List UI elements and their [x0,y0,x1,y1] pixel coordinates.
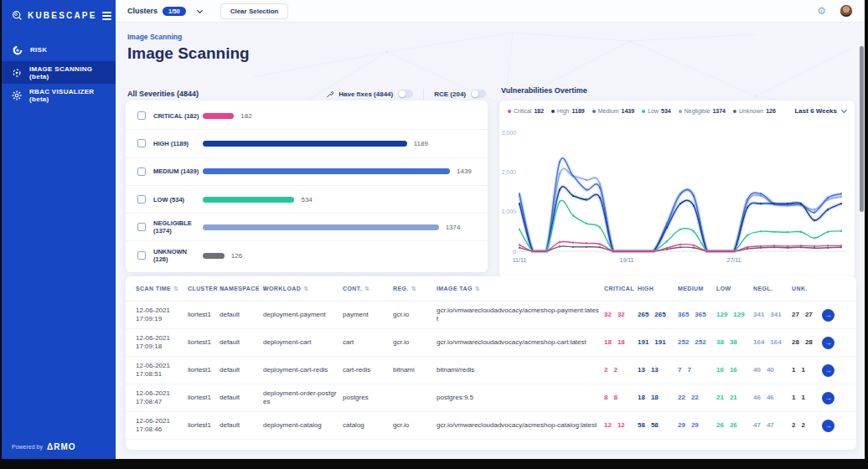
count-value: 27 [792,311,799,319]
sidebar-item-label: IMAGE SCANNING (beta) [29,65,106,80]
legend-item-medium[interactable]: Medium1439 [592,108,634,114]
count-value: 28 [805,338,813,347]
count-value: 7 [678,366,681,374]
count-value: 32 [604,311,612,319]
vertical-scrollbar-thumb[interactable] [860,46,864,212]
column-header-low: LOW [716,286,753,291]
low-count-cell: 2121 [716,394,753,402]
scan-clock: 17:08:46 [136,425,183,434]
brand-name: KUBESCAPE [28,11,97,20]
legend-item-low[interactable]: Low534 [642,108,671,114]
critical-count-cell: 1212 [604,421,638,430]
svg-text:0: 0 [513,249,516,255]
column-header-scan-time: SCAN TIME⇅ [136,286,188,292]
sidebar: KUBESCAPE RISK IMAGE SCANNING (beta) [2,0,116,459]
count-value: 13 [651,366,659,374]
image-tag-cell: gcr.io/vmwarecloudadvocacy/acmeshop-paym… [437,307,604,323]
severity-checkbox[interactable] [137,195,146,204]
count-value: 2 [792,421,795,430]
column-header-cluster: CLUSTER⇅ [188,286,220,292]
severity-checkbox[interactable] [137,139,146,147]
sidebar-item-image-scanning[interactable]: IMAGE SCANNING (beta) [2,61,116,84]
svg-text:3,000: 3,000 [501,130,516,136]
severity-checkbox[interactable] [137,168,146,176]
legend-item-critical[interactable]: Critical182 [508,108,544,114]
time-range-select[interactable]: Last 6 Weeks [794,107,846,115]
have-fixes-label: Have fixes (4844) [338,90,393,98]
count-value: 2 [604,366,607,374]
clusters-chevron-down-icon[interactable] [197,7,203,13]
clear-selection-button[interactable]: Clear Selection [220,3,289,19]
low-count-cell: 2626 [716,421,753,430]
column-header-label: WORKLOAD [263,286,301,291]
severity-checkbox[interactable] [137,251,146,260]
high-count-cell: 1818 [638,394,678,402]
breadcrumb[interactable]: Image Scanning [127,33,182,41]
row-details-arrow-button[interactable]: → [822,392,834,405]
user-avatar[interactable] [840,4,853,18]
image-tag-cell: bitnami/redis [437,366,604,374]
medium-count-cell: 2222 [678,394,716,402]
row-details-arrow-button[interactable]: → [822,309,834,322]
critical-count-cell: 3232 [604,311,638,319]
logo-row: KUBESCAPE [2,0,116,30]
count-value: 18 [604,338,612,347]
workload-cell: deployment-payment [263,311,343,319]
row-details-arrow-button[interactable]: → [822,420,834,432]
sort-icon[interactable]: ⇅ [411,286,416,292]
count-value: 22 [678,394,685,402]
row-details-arrow-button[interactable]: → [822,337,834,349]
sort-icon[interactable]: ⇅ [303,286,308,292]
count-value: 29 [678,421,685,430]
severity-checkbox[interactable] [137,111,146,120]
legend-item-unknown[interactable]: Unknown126 [733,108,776,114]
sidebar-item-risk[interactable]: RISK [2,39,116,61]
count-value: 18 [638,394,645,402]
count-value: 2 [613,366,617,374]
settings-gear-icon[interactable]: ⚙ [817,6,826,16]
column-header-label: LOW [716,286,731,291]
legend-item-negligible[interactable]: Negligible1374 [679,108,726,114]
count-value: 341 [753,311,764,319]
count-value: 13 [638,366,645,374]
scan-clock: 17:08:51 [136,370,183,379]
row-details-arrow-button[interactable]: → [822,364,834,377]
severity-checkbox[interactable] [137,223,146,231]
legend-name: Medium [598,108,619,114]
column-header-label: REG. [393,286,409,291]
sort-icon[interactable]: ⇅ [173,286,178,292]
sidebar-item-rbac-visualizer[interactable]: RBAC VISUALIZER (beta) [2,84,116,106]
legend-item-high[interactable]: High1189 [551,108,585,114]
container-cell: postgres [343,394,393,402]
have-fixes-toggle[interactable] [398,90,413,98]
hamburger-menu-icon[interactable] [102,12,111,20]
severity-bar [203,224,439,230]
cluster-cell: liortest1 [188,421,220,430]
column-header-workload: WORKLOAD⇅ [263,286,343,292]
scan-date: 12-06-2021 [136,307,183,315]
svg-text:2,000: 2,000 [501,169,516,175]
count-value: 32 [617,311,625,319]
namespace-cell: default [220,338,263,347]
rce-toggle[interactable] [471,90,486,98]
severity-row: CRITICAL (182)182 [126,102,488,130]
unk-count-cell: 11 [792,394,822,402]
legend-value: 1374 [712,108,726,114]
count-value: 252 [695,338,705,347]
topbar: Clusters 1/50 Clear Selection ⚙ [116,0,865,23]
vulnerabilities-overtime-title: Vulnerabilities Overtime [501,86,587,95]
table-header-row: SCAN TIME⇅CLUSTER⇅NAMESPACE⇅WORKLOAD⇅CON… [126,276,856,302]
svg-text:11/11: 11/11 [513,257,527,263]
count-value: 1 [792,394,795,402]
rbac-gear-icon [12,90,22,100]
app-window: KUBESCAPE RISK IMAGE SCANNING (beta) [2,0,865,459]
scan-clock: 17:09:18 [136,343,183,351]
legend-dot [642,110,645,113]
sort-icon[interactable]: ⇅ [475,286,480,292]
clusters-count-badge: 1/50 [163,7,186,16]
column-header-label: MEDIUM [678,286,704,291]
legend-value: 1439 [622,108,635,114]
column-header-label: UNK. [792,286,808,291]
cluster-cell: liortest1 [188,311,220,319]
sort-icon[interactable]: ⇅ [364,286,369,292]
